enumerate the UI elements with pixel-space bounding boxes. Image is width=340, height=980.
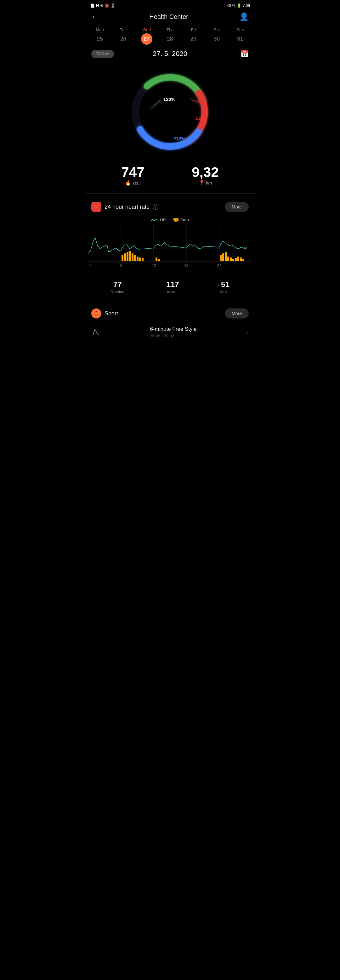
hr-min-value: 51	[221, 280, 230, 289]
cal-day-mon[interactable]: Mon 25	[94, 27, 105, 45]
distance-unit: km	[206, 180, 212, 186]
heart-rate-label: 24 hour heart rate	[105, 204, 150, 210]
sport-section-label: Sport	[105, 310, 118, 317]
status-battery-time: 40 % 🔋 7:06	[227, 3, 250, 8]
svg-rect-40	[237, 256, 239, 261]
hr-max-value-row: ↑ 117	[163, 280, 179, 289]
sport-time: 20:26 - 20:32	[150, 334, 196, 338]
cal-day-num-thu: 28	[164, 33, 176, 45]
battery-percent: 40 %	[227, 3, 235, 8]
svg-text:212%: 212%	[174, 136, 185, 141]
svg-rect-25	[129, 251, 131, 261]
cal-day-num-sun: 31	[235, 33, 246, 45]
profile-button[interactable]: 👤	[239, 12, 249, 21]
hr-min-label: Min	[220, 290, 227, 294]
svg-rect-38	[232, 259, 234, 261]
svg-rect-27	[134, 255, 136, 261]
silent-icon: 🔕	[105, 3, 109, 8]
svg-rect-32	[158, 259, 160, 261]
svg-rect-42	[243, 259, 244, 261]
calendar-week: Mon 25 Tue 26 Wed 27 Thu 28 Fri 29 Sat 3…	[85, 25, 255, 46]
cal-day-tue[interactable]: Tue 26	[117, 27, 129, 45]
svg-rect-31	[155, 258, 157, 261]
calories-unit: kcal	[132, 180, 140, 186]
svg-text:12: 12	[152, 264, 156, 268]
hr-max-label: Max	[167, 290, 175, 294]
info-icon[interactable]: i	[153, 204, 158, 210]
svg-text:24: 24	[217, 264, 222, 268]
svg-line-49	[95, 329, 99, 335]
cal-day-name-fri: Fri	[191, 27, 196, 32]
cal-day-num-tue: 26	[117, 33, 129, 45]
svg-rect-39	[235, 258, 237, 261]
calories-sub: 🔥 kcal	[125, 180, 140, 186]
cal-day-name-sun: Sun	[236, 27, 244, 32]
svg-rect-23	[124, 253, 126, 261]
hr-resting: 77 Resting	[110, 280, 125, 294]
svg-line-48	[93, 329, 95, 335]
hr-max-value: 117	[166, 280, 179, 289]
cal-day-name-sat: Sat	[214, 27, 220, 32]
chevron-right-icon: ›	[246, 329, 249, 336]
calories-value: 747	[121, 165, 144, 179]
calories-stat: 747 🔥 kcal	[121, 165, 144, 186]
doc-icon: 📄	[90, 3, 95, 8]
activity-rings: 12 hours 120% 13887 steps 139% 212% 64 m…	[85, 62, 255, 159]
hr-line-icon	[151, 218, 158, 222]
svg-text:64 mins: 64 mins	[173, 142, 186, 147]
svg-text:6: 6	[120, 264, 122, 268]
legend-hr: HR	[151, 218, 166, 222]
divider-2	[85, 300, 255, 300]
date-display-row: TODAY 27. 5. 2020 📅	[85, 46, 255, 62]
cal-day-num-wed: 27	[141, 33, 152, 45]
heart-rate-more-button[interactable]: More	[225, 202, 249, 212]
svg-rect-22	[121, 255, 123, 261]
time-display: 7:06	[243, 3, 250, 8]
cal-day-sat[interactable]: Sat 30	[211, 27, 223, 45]
sport-more-button[interactable]: More	[225, 309, 249, 318]
legend-hr-label: HR	[160, 218, 166, 222]
hr-min: ↓ 51 Min	[217, 280, 230, 294]
svg-rect-29	[139, 258, 141, 261]
cal-day-sun[interactable]: Sun 31	[235, 27, 246, 45]
cal-day-wed[interactable]: Wed 27	[141, 27, 152, 45]
bluetooth-icon: ✳	[100, 3, 103, 8]
distance-stat: 9,32 📍 km	[192, 165, 219, 186]
nfc-icon: N	[96, 3, 99, 8]
svg-rect-28	[137, 256, 139, 261]
calendar-picker-button[interactable]: 📅	[240, 50, 249, 58]
divider-1	[85, 193, 255, 194]
cal-day-num-mon: 25	[94, 33, 105, 45]
sport-entry[interactable]: 6-minute Free Style 20:26 - 20:32 ›	[85, 321, 255, 343]
cal-day-fri[interactable]: Fri 29	[188, 27, 199, 45]
hr-max-arrow-icon: ↑	[163, 282, 165, 287]
legend-step-label: Step	[180, 218, 189, 222]
heart-rate-section-header: ❤️ 24 hour heart rate i More	[85, 196, 255, 215]
fire-icon: 🔥	[125, 180, 131, 186]
hr-max: ↑ 117 Max	[163, 280, 179, 294]
svg-text:18: 18	[184, 264, 188, 268]
current-date: 27. 5. 2020	[153, 50, 187, 58]
today-button[interactable]: TODAY	[91, 50, 114, 58]
hr-min-arrow-icon: ↓	[217, 282, 220, 287]
heart-icon: ❤️	[91, 202, 101, 212]
hr-resting-value: 77	[113, 280, 122, 289]
cal-day-num-fri: 29	[188, 33, 199, 45]
page-title: Health Center	[149, 13, 188, 21]
location-icon: 📍	[199, 180, 205, 186]
cal-day-name-wed: Wed	[142, 27, 151, 32]
hr-resting-label: Resting	[110, 290, 125, 294]
svg-text:0: 0	[89, 264, 92, 268]
sport-section-header: 🏃 Sport More	[85, 303, 255, 321]
battery-icon: 🔋	[237, 3, 241, 8]
svg-rect-41	[240, 258, 242, 261]
back-button[interactable]: ←	[91, 13, 98, 21]
cal-day-thu[interactable]: Thu 28	[164, 27, 176, 45]
status-icons: 📄 N ✳ 🔕 ⏳	[90, 3, 115, 8]
svg-rect-35	[225, 252, 227, 261]
svg-rect-24	[126, 252, 128, 261]
cal-day-name-thu: Thu	[166, 27, 174, 32]
stats-row: 747 🔥 kcal 9,32 📍 km	[85, 159, 255, 191]
svg-rect-33	[220, 255, 222, 261]
cal-day-name-mon: Mon	[96, 27, 104, 32]
